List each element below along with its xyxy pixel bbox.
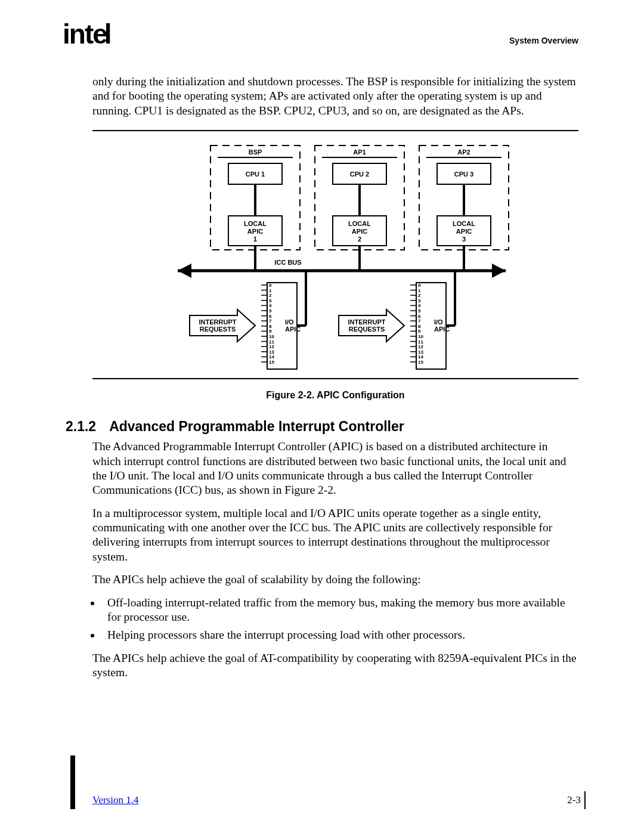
svg-text:15: 15: [269, 360, 274, 365]
bullet-2: Helping processors share the interrupt p…: [101, 628, 578, 642]
ap2-label: AP2: [457, 148, 470, 156]
svg-text:2: 2: [357, 236, 361, 243]
bullet-list: Off-loading interrupt-related traffic fr…: [66, 596, 578, 643]
icc-bus-label: ICC BUS: [274, 259, 301, 266]
svg-text:1: 1: [253, 236, 256, 243]
svg-text:INTERRUPT: INTERRUPT: [348, 318, 385, 326]
svg-text:APIC: APIC: [247, 228, 262, 235]
footer-version: Version 1.4: [92, 794, 138, 806]
svg-text:3: 3: [462, 236, 465, 243]
figure-caption: Figure 2-2. APIC Configuration: [92, 390, 578, 401]
section-heading: 2.1.2Advanced Programmable Interrupt Con…: [66, 419, 578, 435]
svg-text:15: 15: [418, 360, 423, 365]
section-p4: The APICs help achieve the goal of AT-co…: [92, 651, 578, 680]
cpu2-label: CPU 2: [349, 171, 369, 178]
figure-2-2: BSP CPU 1 LOCAL APIC 1 AP1 CPU 2 LOCAL A…: [92, 130, 578, 379]
footer-page-number: 2-3: [567, 794, 581, 806]
change-bar: [70, 755, 75, 809]
intro-paragraph: only during the initialization and shutd…: [92, 75, 578, 118]
ap1-label: AP1: [353, 148, 366, 156]
svg-text:LOCAL: LOCAL: [348, 220, 371, 227]
intel-logo: intel: [63, 18, 111, 50]
svg-text:I/O: I/O: [285, 318, 294, 326]
svg-text:APIC: APIC: [351, 228, 367, 235]
header-section-name: System Overview: [509, 36, 578, 45]
svg-text:APIC: APIC: [456, 228, 471, 235]
bsp-label: BSP: [248, 148, 262, 156]
svg-marker-28: [178, 264, 191, 278]
svg-text:LOCAL: LOCAL: [244, 220, 267, 227]
section-number: 2.1.2: [66, 419, 96, 434]
cpu3-label: CPU 3: [454, 171, 473, 178]
svg-text:REQUESTS: REQUESTS: [199, 326, 236, 333]
svg-text:INTERRUPT: INTERRUPT: [199, 318, 236, 326]
section-p3: The APICs help achieve the goal of scala…: [92, 572, 578, 587]
svg-text:APIC: APIC: [285, 326, 301, 333]
bullet-1: Off-loading interrupt-related traffic fr…: [101, 596, 578, 625]
svg-marker-29: [492, 264, 506, 278]
svg-text:LOCAL: LOCAL: [453, 220, 475, 227]
section-title: Advanced Programmable Interrupt Controll…: [109, 419, 404, 434]
section-p2: In a multiprocessor system, multiple loc…: [92, 506, 578, 565]
interrupt-arrow-1: INTERRUPT REQUESTS: [190, 309, 255, 342]
svg-text:APIC: APIC: [434, 326, 450, 333]
version-link[interactable]: Version 1.4: [92, 794, 138, 806]
svg-text:REQUESTS: REQUESTS: [348, 326, 385, 333]
cpu1-label: CPU 1: [245, 171, 264, 178]
apic-diagram-svg: BSP CPU 1 LOCAL APIC 1 AP1 CPU 2 LOCAL A…: [151, 140, 521, 372]
svg-text:I/O: I/O: [434, 318, 443, 326]
right-margin-bar: [584, 791, 586, 809]
interrupt-arrow-2: INTERRUPT REQUESTS: [339, 309, 404, 342]
section-p1: The Advanced Programmable Interrupt Cont…: [92, 439, 578, 498]
